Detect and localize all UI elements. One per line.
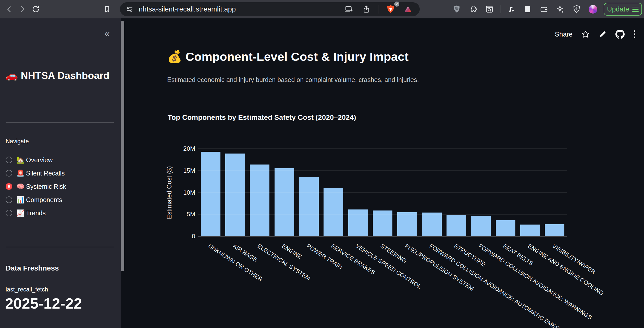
collapse-sidebar-button[interactable]: « — [105, 29, 110, 38]
y-tick-label: 5M — [177, 211, 195, 218]
github-icon[interactable] — [615, 30, 625, 39]
bar-power-train — [299, 177, 319, 236]
sidebar-item-silent-recalls[interactable]: 🚨Silent Recalls — [6, 168, 115, 178]
bar-forward-collision-avoidance-automatic-emergency-braking — [422, 213, 442, 236]
x-tick-label: VISIBILITY/WIPER — [551, 243, 597, 276]
radio-unselected[interactable] — [6, 210, 12, 216]
y-tick-label: 0 — [177, 233, 195, 240]
nav-emoji-icon: 🚨 — [16, 169, 26, 177]
main-content: Share 💰 Component-Level Cost & Injury Im… — [125, 18, 644, 328]
install-app-icon[interactable] — [343, 4, 355, 15]
nav-emoji-icon: 📈 — [16, 209, 26, 217]
x-tick-label: FORWARD COLLISION AVOIDANCE: WARNINGS — [477, 243, 593, 321]
radio-unselected[interactable] — [6, 157, 12, 163]
brave-shields-icon[interactable]: 2 — [385, 4, 396, 15]
nav-item-label: Overview — [26, 156, 53, 164]
x-tick-label: ENGINE — [281, 243, 303, 261]
grid-line — [198, 214, 567, 215]
nav-heading: Navigate — [6, 138, 29, 145]
browser-chrome: nhtsa-silent-recall.streamlit.app 2 — [0, 0, 644, 18]
y-tick-label: 20M — [177, 145, 195, 152]
nav-item-label: Trends — [26, 209, 46, 217]
y-tick-label: 10M — [177, 189, 195, 196]
bar-unknown-or-other — [201, 152, 220, 236]
sidebar-item-overview[interactable]: 🏡Overview — [6, 155, 115, 165]
nav-emoji-icon: 🏡 — [16, 156, 26, 164]
sidebar-panel-icon[interactable] — [522, 4, 533, 15]
y-tick-label: 15M — [177, 167, 195, 174]
edit-pencil-icon[interactable] — [599, 30, 607, 38]
kebab-menu-icon[interactable] — [633, 30, 636, 39]
nav-item-label: Components — [26, 196, 62, 204]
sidebar-item-trends[interactable]: 📈Trends — [6, 208, 115, 218]
favorite-star-icon[interactable] — [581, 30, 590, 39]
nav-item-label: Silent Recalls — [26, 170, 65, 177]
sidebar-divider-2 — [6, 247, 114, 247]
reload-button[interactable] — [30, 4, 41, 15]
url-bar[interactable]: nhtsa-silent-recall.streamlit.app 2 — [120, 2, 420, 16]
forward-button[interactable] — [17, 4, 28, 15]
bar-engine — [275, 168, 294, 236]
pill-separator — [378, 5, 379, 14]
sidebar-divider — [6, 122, 114, 123]
sidebar-item-systemic-risk[interactable]: 🧠Systemic Risk — [6, 181, 115, 192]
menu-icon — [632, 7, 639, 12]
sidebar: « 🚗 NHTSA Dashboard Navigate 🏡Overview🚨S… — [0, 18, 121, 328]
sidebar-item-components[interactable]: 📊Components — [6, 195, 115, 205]
bar-structure — [447, 215, 466, 236]
bar-seat-belts — [496, 220, 515, 236]
bar-vehicle-speed-control — [348, 209, 368, 236]
radio-unselected[interactable] — [6, 170, 12, 177]
brave-rewards-icon[interactable] — [402, 4, 414, 15]
vpn-shield-icon[interactable] — [571, 4, 582, 15]
privacy-shield-icon[interactable] — [451, 4, 462, 15]
plot-area — [198, 149, 567, 236]
page-subtitle: Estimated economic and injury burden bas… — [167, 76, 419, 84]
share-button[interactable]: Share — [555, 30, 573, 38]
update-label: Update — [607, 5, 629, 13]
leo-ai-icon[interactable] — [555, 4, 566, 15]
grid-line — [198, 148, 567, 149]
bar-air-bags — [225, 154, 245, 236]
bar-engine-and-engine-cooling — [520, 225, 540, 236]
profile-avatar[interactable] — [587, 4, 599, 15]
wallet-icon[interactable] — [538, 4, 550, 15]
bar-forward-collision-avoidance-warnings — [471, 216, 491, 236]
media-icon[interactable] — [506, 4, 517, 15]
toolbar-separator — [500, 5, 501, 13]
chart-title: Top Components by Estimated Safety Cost … — [168, 113, 356, 122]
radio-selected[interactable] — [6, 183, 12, 190]
url-text[interactable]: nhtsa-silent-recall.streamlit.app — [139, 5, 236, 13]
back-button[interactable] — [4, 4, 15, 15]
car-emoji-icon: 🚗 — [6, 70, 18, 81]
bar-electrical-system — [250, 165, 269, 236]
y-axis-title: Estimated Cost ($) — [166, 166, 173, 219]
bar-visibility-wiper — [545, 224, 564, 236]
radio-unselected[interactable] — [6, 196, 12, 203]
extensions-icon[interactable] — [467, 4, 479, 15]
nav-item-label: Systemic Risk — [26, 183, 66, 190]
sidebar-scrollbar[interactable] — [121, 21, 124, 271]
nav-emoji-icon: 🧠 — [16, 183, 26, 191]
bar-fuel-propulsion-system — [397, 212, 417, 236]
grid-line — [198, 236, 567, 237]
money-bag-emoji-icon: 💰 — [167, 50, 182, 63]
data-freshness-heading: Data Freshness — [6, 264, 59, 272]
bar-service-brakes — [324, 188, 343, 236]
metric-label: last_recall_fetch — [6, 286, 48, 293]
update-button[interactable]: Update — [604, 3, 642, 16]
metric-value: 2025-12-22 — [5, 295, 82, 312]
grid-line — [198, 192, 567, 193]
grid-line — [198, 170, 567, 171]
search-tabs-icon[interactable] — [484, 4, 495, 15]
nav-radio-group: 🏡Overview🚨Silent Recalls🧠Systemic Risk📊C… — [6, 155, 115, 221]
x-tick-label: SERVICE BRAKES — [330, 243, 376, 276]
page-title: 💰 Component-Level Cost & Injury Impact — [167, 50, 408, 64]
bookmark-icon[interactable] — [102, 4, 113, 15]
share-page-icon[interactable] — [361, 4, 372, 15]
site-settings-icon[interactable] — [126, 5, 134, 13]
nav-emoji-icon: 📊 — [16, 196, 26, 204]
shields-badge: 2 — [394, 2, 399, 7]
app-toolbar: Share — [555, 29, 636, 40]
sidebar-title: 🚗 NHTSA Dashboard — [6, 68, 113, 83]
